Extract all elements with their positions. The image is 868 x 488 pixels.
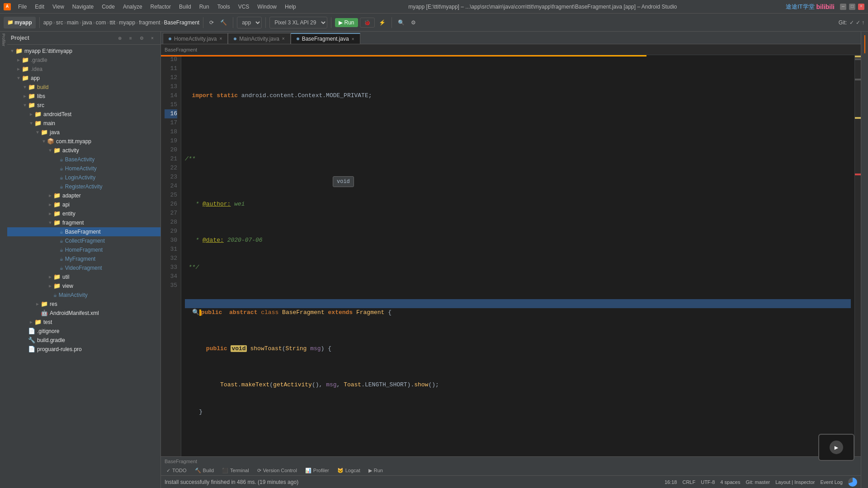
cursor-position[interactable]: 16:18 bbox=[665, 479, 677, 485]
run-button[interactable]: ▶ Run bbox=[335, 18, 358, 27]
code-content[interactable]: import static android.content.Context.MO… bbox=[181, 55, 854, 456]
locate-file-button[interactable]: ⊕ bbox=[115, 33, 124, 42]
bc-myapp[interactable]: myapp bbox=[119, 19, 135, 26]
bc-main[interactable]: main bbox=[67, 19, 79, 26]
menu-refactor[interactable]: Refactor bbox=[147, 3, 175, 11]
profiler-button[interactable]: 📊 Profiler bbox=[302, 467, 333, 474]
tree-item-proguard[interactable]: ▶ 📄 proguard-rules.pro bbox=[7, 345, 160, 354]
profile-button[interactable]: ⚡ bbox=[377, 18, 388, 27]
tree-item-test[interactable]: ▶ 📁 test bbox=[7, 318, 160, 327]
git-branch-status[interactable]: Git: master bbox=[745, 479, 770, 485]
tree-item-myapp[interactable]: ▼ 📁 myapp E:\ttit\myapp bbox=[7, 47, 160, 56]
run-bottom-button[interactable]: ▶ Run bbox=[365, 467, 387, 474]
nav-basefragment[interactable]: BaseFragment bbox=[165, 47, 197, 52]
bc-com[interactable]: com bbox=[96, 19, 106, 26]
tree-item-app[interactable]: ▼ 📁 app bbox=[7, 74, 160, 83]
tree-item-idea[interactable]: ▶ 📁 .idea bbox=[7, 65, 160, 74]
tree-item-mainactivity[interactable]: ▶ ☕ MainActivity bbox=[7, 291, 160, 300]
bc-java[interactable]: java bbox=[82, 19, 92, 26]
menu-tools[interactable]: Tools bbox=[214, 3, 234, 11]
tree-item-loginactivity[interactable]: ▶ ☕ LoginActivity bbox=[7, 173, 160, 182]
tree-item-api[interactable]: ▶ 📁 api bbox=[7, 200, 160, 209]
device-selector[interactable]: Pixel 3 XL API 29 bbox=[269, 17, 327, 28]
tree-item-gitignore[interactable]: ▶ 📄 .gitignore bbox=[7, 327, 160, 336]
tree-item-basefragment[interactable]: ▶ ☕ BaseFragment bbox=[7, 227, 160, 236]
tab-basefragment[interactable]: BaseFragment.java × bbox=[291, 33, 360, 44]
menu-navigate[interactable]: Navigate bbox=[69, 3, 97, 11]
tree-item-registeractivity[interactable]: ▶ ☕ RegisterActivity bbox=[7, 182, 160, 191]
video-overlay[interactable]: ▶ bbox=[818, 434, 854, 461]
todo-button[interactable]: ✓ TODO bbox=[163, 467, 190, 474]
tree-item-videofragment[interactable]: ▶ ☕ VideoFragment bbox=[7, 263, 160, 272]
tree-item-util[interactable]: ▶ 📁 util bbox=[7, 272, 160, 282]
encoding[interactable]: UTF-8 bbox=[701, 479, 715, 485]
tree-item-androidtest[interactable]: ▶ 📁 androidTest bbox=[7, 110, 160, 119]
hammer-button[interactable]: 🔨 bbox=[218, 18, 229, 27]
tree-item-entity[interactable]: ▶ 📁 entity bbox=[7, 209, 160, 218]
tree-item-buildgradle[interactable]: ▶ 🔧 build.gradle bbox=[7, 336, 160, 345]
tree-item-src[interactable]: ▼ 📁 src bbox=[7, 101, 160, 110]
debug-button[interactable]: 🐞 bbox=[360, 18, 375, 28]
menu-code[interactable]: Code bbox=[98, 3, 118, 11]
search-icon-line16[interactable]: 🔍 bbox=[192, 308, 199, 317]
tree-item-baseactivity[interactable]: ▶ ☕ BaseActivity bbox=[7, 155, 160, 164]
menu-view[interactable]: View bbox=[49, 3, 68, 11]
bc-app[interactable]: app bbox=[43, 19, 52, 26]
build-button[interactable]: 🔨 Build bbox=[191, 467, 217, 474]
tree-item-activity[interactable]: ▼ 📁 activity bbox=[7, 146, 160, 155]
tree-item-com[interactable]: ▼ 📦 com.ttit.myapp bbox=[7, 137, 160, 146]
menu-build[interactable]: Build bbox=[175, 3, 195, 11]
app-config-selector[interactable]: app bbox=[237, 17, 262, 28]
settings-sidebar-button[interactable]: ⚙ bbox=[137, 33, 146, 42]
tree-item-adapter[interactable]: ▶ 📁 adapter bbox=[7, 191, 160, 200]
vcs-button[interactable]: ⟳ Version Control bbox=[254, 467, 301, 474]
tab-homeactivity[interactable]: HomeActivity.java × bbox=[163, 33, 228, 44]
search-everywhere-button[interactable]: 🔍 bbox=[396, 18, 407, 27]
menu-vcs[interactable]: VCS bbox=[235, 3, 253, 11]
logcat-button[interactable]: 🐱 Logcat bbox=[334, 467, 364, 474]
maximize-button[interactable]: □ bbox=[849, 4, 855, 10]
tree-item-myfragment[interactable]: ▶ ☕ MyFragment bbox=[7, 254, 160, 263]
menu-run[interactable]: Run bbox=[196, 3, 213, 11]
line-ending[interactable]: CRLF bbox=[682, 479, 695, 485]
tab-close-homeactivity[interactable]: × bbox=[219, 36, 222, 41]
menu-window[interactable]: Window bbox=[254, 3, 280, 11]
minimize-button[interactable]: — bbox=[840, 4, 846, 10]
menu-analyze[interactable]: Analyze bbox=[119, 3, 146, 11]
sync-button[interactable]: ⟳ bbox=[207, 18, 216, 27]
close-button[interactable]: × bbox=[858, 4, 864, 10]
tree-item-fragment[interactable]: ▼ 📁 fragment bbox=[7, 218, 160, 227]
bc-basefragment[interactable]: BaseFragment bbox=[164, 19, 199, 26]
tree-item-build[interactable]: ▼ 📁 build bbox=[7, 83, 160, 92]
tab-mainactivity[interactable]: MainActivity.java × bbox=[228, 33, 290, 44]
menu-edit[interactable]: Edit bbox=[31, 3, 48, 11]
tree-item-homeactivity[interactable]: ▶ ☕ HomeActivity bbox=[7, 164, 160, 173]
tree-item-main[interactable]: ▼ 📁 main bbox=[7, 119, 160, 128]
menu-file[interactable]: File bbox=[14, 3, 30, 11]
tree-item-androidmanifest[interactable]: ▶ 🤖 AndroidManifest.xml bbox=[7, 309, 160, 318]
tree-item-libs[interactable]: ▶ 📁 libs bbox=[7, 92, 160, 101]
collapse-all-button[interactable]: ≡ bbox=[126, 33, 135, 42]
tab-close-basefragment[interactable]: × bbox=[352, 37, 354, 42]
bc-fragment[interactable]: fragment bbox=[139, 19, 160, 26]
tree-item-homefragment[interactable]: ▶ ☕ HomeFragment bbox=[7, 245, 160, 254]
bc-src[interactable]: src bbox=[56, 19, 63, 26]
layout-inspector[interactable]: Layout | Inspector bbox=[775, 479, 815, 485]
tree-label-gitignore: .gitignore bbox=[37, 328, 59, 334]
close-sidebar-button[interactable]: × bbox=[148, 33, 157, 42]
event-log[interactable]: Event Log bbox=[820, 479, 843, 485]
editor-main[interactable]: 10 11 12 13 14 15 16 17 18 19 20 21 22 2… bbox=[161, 55, 854, 456]
terminal-button[interactable]: ⬛ Terminal bbox=[218, 467, 253, 474]
tree-item-collectfragment[interactable]: ▶ ☕ CollectFragment bbox=[7, 236, 160, 245]
indent[interactable]: 4 spaces bbox=[720, 479, 740, 485]
tab-close-mainactivity[interactable]: × bbox=[282, 36, 285, 41]
tree-item-gradle[interactable]: ▶ 📁 .gradle bbox=[7, 56, 160, 65]
tree-item-res[interactable]: ▶ 📁 res bbox=[7, 300, 160, 309]
video-play-button[interactable]: ▶ bbox=[830, 441, 843, 454]
code-line-15: **/ bbox=[185, 263, 851, 272]
menu-help[interactable]: Help bbox=[281, 3, 300, 11]
tree-item-view[interactable]: ▶ 📁 view bbox=[7, 282, 160, 291]
settings-button[interactable]: ⚙ bbox=[409, 18, 418, 27]
tree-item-java[interactable]: ▼ 📁 java bbox=[7, 128, 160, 137]
bc-ttit[interactable]: ttit bbox=[109, 19, 115, 26]
